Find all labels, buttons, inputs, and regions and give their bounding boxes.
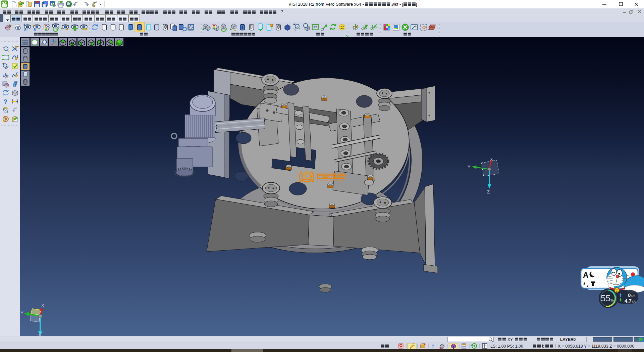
svg-text:X: X: [490, 157, 493, 162]
svg-text:INTELLIGENT MANUFACTURING DATA: INTELLIGENT MANUFACTURING DATA: [317, 180, 345, 182]
svg-text:1:1: 1:1: [313, 26, 318, 29]
svg-text:,: ,: [583, 276, 586, 286]
svg-text:+: +: [61, 27, 63, 31]
svg-text:55: 55: [601, 293, 610, 303]
svg-text:+: +: [202, 27, 204, 31]
svg-text:0: 0: [628, 292, 631, 298]
svg-text:Y: Y: [20, 310, 23, 315]
svg-text:X: X: [41, 303, 44, 308]
svg-text:4.7: 4.7: [625, 298, 632, 304]
svg-text:%: %: [610, 298, 614, 302]
svg-text:Y: Y: [468, 164, 471, 169]
svg-text:+: +: [2, 62, 4, 65]
svg-text:?: ?: [432, 344, 434, 349]
svg-text:K/s: K/s: [631, 294, 636, 298]
svg-text:K/s: K/s: [632, 300, 637, 303]
svg-text:?: ?: [3, 98, 7, 105]
svg-text:+: +: [23, 23, 25, 26]
svg-text:Z: Z: [487, 189, 490, 194]
svg-text:+: +: [230, 28, 232, 31]
svg-text:Z: Z: [39, 332, 41, 336]
